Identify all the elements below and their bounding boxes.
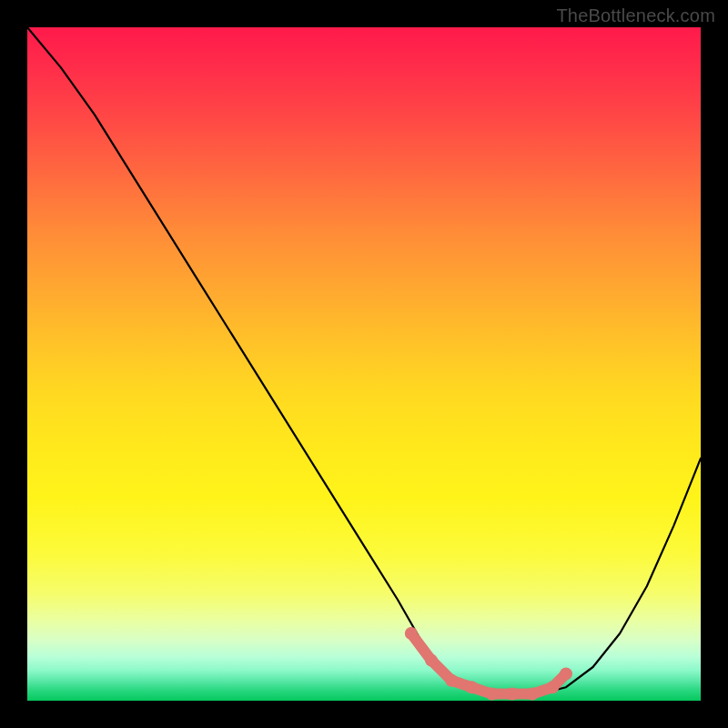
- highlight-dot: [445, 674, 458, 687]
- highlight-dot: [425, 654, 438, 667]
- curve-svg: [27, 27, 701, 701]
- highlight-dot: [405, 627, 418, 640]
- chart-frame: TheBottleneck.com: [0, 0, 728, 728]
- watermark: TheBottleneck.com: [556, 5, 715, 26]
- plot-area: [27, 27, 701, 701]
- highlight-dot: [526, 688, 539, 701]
- bottleneck-curve: [27, 27, 701, 694]
- highlight-dot: [560, 667, 572, 680]
- highlight-dot: [506, 688, 519, 701]
- highlight-dot: [486, 688, 499, 701]
- highlight-dot: [546, 681, 559, 693]
- highlight-dot: [465, 681, 478, 693]
- optimal-range-dots: [405, 627, 572, 701]
